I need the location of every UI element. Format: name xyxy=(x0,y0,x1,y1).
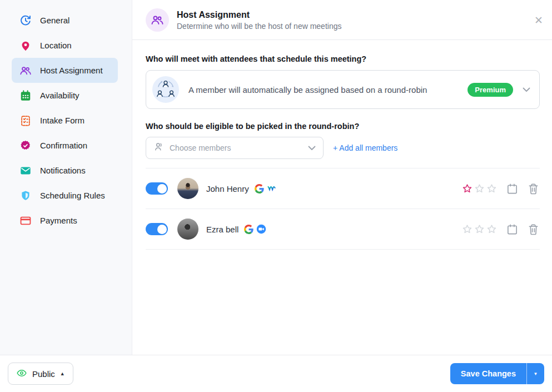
star-icon[interactable] xyxy=(486,224,498,235)
credit-card-icon xyxy=(19,215,32,227)
choose-members-select[interactable]: Choose members xyxy=(146,137,324,159)
provider-icons xyxy=(255,183,277,193)
provider-icons xyxy=(244,224,266,234)
webex-icon xyxy=(267,183,277,193)
star-icon[interactable] xyxy=(474,224,485,235)
google-icon xyxy=(244,225,253,234)
sidebar-item-label: Scheduling Rules xyxy=(40,191,105,200)
page-title: Host Assignment xyxy=(177,10,341,20)
star-icon[interactable] xyxy=(474,183,485,195)
sidebar-item-host-assignment[interactable]: Host Assignment xyxy=(12,58,118,83)
sidebar-item-location[interactable]: Location xyxy=(12,33,118,58)
sidebar-item-confirmation[interactable]: Confirmation xyxy=(12,133,118,158)
sidebar-item-label: Payments xyxy=(40,216,77,225)
assignment-mode-select[interactable]: A member will automatically be assigned … xyxy=(146,70,540,109)
avatar xyxy=(177,219,198,240)
priority-stars xyxy=(461,224,498,235)
host-assignment-panel: Host Assignment Determine who will be th… xyxy=(132,0,552,355)
caret-up-icon: ▲ xyxy=(60,371,65,376)
envelope-icon xyxy=(19,165,32,177)
add-all-members-link[interactable]: + Add all members xyxy=(333,143,397,152)
sidebar-item-label: Notifications xyxy=(40,166,86,175)
chevron-down-icon[interactable] xyxy=(523,87,530,92)
avatar xyxy=(177,178,198,199)
map-pin-icon xyxy=(19,39,32,52)
host-assignment-icon xyxy=(146,8,169,32)
save-button-group: Save Changes ▼ xyxy=(450,363,544,384)
host-question: Who will meet with attendees that schedu… xyxy=(146,54,540,63)
sidebar-item-intake-form[interactable]: Intake Form xyxy=(12,108,118,133)
sidebar-item-label: Availability xyxy=(40,91,79,100)
member-enabled-toggle[interactable] xyxy=(146,223,168,235)
round-robin-icon xyxy=(152,76,179,103)
star-icon[interactable] xyxy=(461,183,473,195)
seal-check-icon xyxy=(19,140,32,152)
member-row-actions xyxy=(461,182,540,195)
priority-stars xyxy=(461,183,498,195)
clipboard-check-icon xyxy=(19,115,32,127)
trash-icon[interactable] xyxy=(527,182,540,195)
settings-sidebar: General Location Host Assignment Availab… xyxy=(0,0,132,355)
caret-down-icon: ▼ xyxy=(534,371,538,376)
panel-header-text: Host Assignment Determine who will be th… xyxy=(177,10,341,31)
sidebar-item-general[interactable]: General xyxy=(12,8,118,33)
member-list: John Henry xyxy=(146,168,540,250)
member-row: Ezra bell xyxy=(146,209,540,249)
sidebar-item-label: Location xyxy=(40,41,72,50)
users-icon xyxy=(19,64,32,77)
premium-badge: Premium xyxy=(468,83,513,97)
sidebar-item-label: Confirmation xyxy=(40,141,87,150)
toggle-knob xyxy=(157,225,167,234)
members-select-row: Choose members + Add all members xyxy=(146,137,540,159)
sidebar-item-payments[interactable]: Payments xyxy=(12,208,118,233)
sidebar-item-label: Intake Form xyxy=(40,116,84,125)
member-row-actions xyxy=(461,223,540,236)
sidebar-item-notifications[interactable]: Notifications xyxy=(12,158,118,183)
close-icon[interactable]: ✕ xyxy=(534,15,543,26)
choose-members-placeholder: Choose members xyxy=(170,143,303,152)
page-subtitle: Determine who will be the host of new me… xyxy=(177,22,341,31)
eligible-question: Who should be eligible to be picked in t… xyxy=(146,122,540,131)
chevron-down-icon xyxy=(308,146,316,151)
star-icon[interactable] xyxy=(486,183,498,195)
assignment-mode-value: A member will automatically be assigned … xyxy=(188,85,458,95)
panel-content: Who will meet with attendees that schedu… xyxy=(132,40,552,250)
visibility-label: Public xyxy=(32,369,55,379)
member-name: John Henry xyxy=(206,184,249,193)
save-button[interactable]: Save Changes xyxy=(450,363,527,384)
save-options-caret[interactable]: ▼ xyxy=(527,363,544,384)
sidebar-item-label: Host Assignment xyxy=(40,66,103,75)
member-enabled-toggle[interactable] xyxy=(146,182,168,195)
calendar-icon xyxy=(19,90,32,102)
member-name: Ezra bell xyxy=(206,225,238,234)
trash-icon[interactable] xyxy=(527,223,540,236)
sidebar-item-availability[interactable]: Availability xyxy=(12,83,118,108)
member-row: John Henry xyxy=(146,168,540,209)
star-icon[interactable] xyxy=(461,224,473,235)
calendar-icon[interactable] xyxy=(506,182,519,195)
toggle-knob xyxy=(157,184,167,193)
member-icon xyxy=(153,141,165,155)
shield-icon xyxy=(19,190,32,202)
visibility-dropdown[interactable]: Public ▲ xyxy=(8,363,73,385)
clock-history-icon xyxy=(19,14,32,27)
sidebar-item-label: General xyxy=(40,16,69,25)
panel-header: Host Assignment Determine who will be th… xyxy=(132,0,552,40)
eye-icon xyxy=(16,368,27,380)
google-icon xyxy=(255,184,264,193)
footer-bar: Public ▲ Save Changes ▼ xyxy=(0,355,552,392)
zoom-icon xyxy=(256,224,266,234)
sidebar-item-scheduling-rules[interactable]: Scheduling Rules xyxy=(12,183,118,208)
calendar-icon[interactable] xyxy=(506,223,519,236)
